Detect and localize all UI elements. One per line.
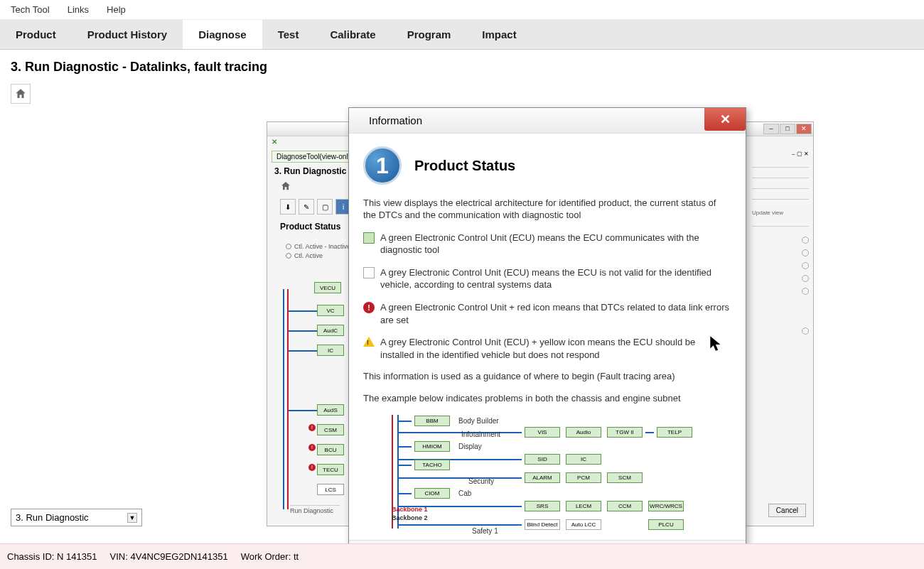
ecu: PLCU (648, 519, 684, 530)
close-icon: ✕ (720, 112, 731, 127)
page-title: 3. Run Diagnostic - Datalinks, fault tra… (0, 50, 924, 80)
bg-ecu: AudS (317, 404, 344, 416)
error-dot-icon: ! (308, 444, 316, 451)
bg-tab-close-icon[interactable]: ✕ (272, 138, 280, 146)
bg-toolbar-btn-2[interactable]: ✎ (299, 199, 314, 215)
bg-ecu: TECU (317, 464, 344, 475)
ecu: Auto LCC (566, 519, 601, 530)
grey-ecu-icon (363, 267, 375, 278)
ecu: IC (566, 454, 601, 465)
chevron-down-icon: ▼ (127, 513, 137, 523)
bg-radio-1[interactable]: Ctl. Active - Inactive (294, 243, 350, 250)
tab-test[interactable]: Test (262, 20, 315, 49)
tab-diagnose[interactable]: Diagnose (183, 20, 262, 49)
menu-techtool[interactable]: Tech Tool (11, 4, 50, 15)
bg-tab[interactable]: DiagnoseTool(view-only) (272, 151, 359, 163)
row-label: Cab (458, 489, 471, 497)
error-dot-icon: ! (308, 464, 316, 471)
ecu: SID (525, 454, 560, 465)
ecu: PCM (566, 472, 601, 483)
tab-product[interactable]: Product (0, 20, 72, 49)
content-area: – □ ✕ ✕ DiagnoseTool(view-only) 3. Run D… (0, 107, 924, 519)
bg-right-panel: – ▢ ✕ Update view (752, 151, 809, 340)
ecu: LECM (566, 501, 601, 511)
intro-text: This view displays the electrical archit… (363, 197, 731, 222)
bottom-select-label: 3. Run Diagnostic (16, 512, 89, 523)
ecu: Blind Detect (525, 519, 560, 530)
bg-bottom-tab[interactable]: Run Diagnostic (290, 505, 340, 514)
ecu: CIOM (414, 488, 450, 499)
tab-impact[interactable]: Impact (466, 20, 532, 49)
guidance-text: This information is used as a guidance o… (363, 371, 731, 383)
bg-ecu: LCS (317, 484, 344, 495)
row-label: Infotainment (461, 430, 500, 438)
ecu: TELP (657, 427, 692, 438)
step-number-icon: 1 (363, 146, 402, 185)
status-circle-icon (802, 249, 809, 256)
status-circle-icon (802, 262, 809, 269)
menu-help[interactable]: Help (107, 4, 126, 15)
bg-toolbar-btn-3[interactable]: ▢ (317, 199, 333, 215)
bg-ecu: IC (317, 345, 344, 356)
ecu: CCM (607, 501, 643, 511)
legend-yellow-text: A grey Electronic Control Unit (ECU) + y… (380, 336, 731, 361)
bg-min-button[interactable]: – (763, 124, 779, 134)
main-tabs: Product Product History Diagnose Test Ca… (0, 20, 924, 50)
row-label: Body Builder (458, 417, 499, 425)
legend-red-text: A green Electronic Control Unit + red ic… (380, 301, 731, 326)
ecu: WRC/WRCS (648, 501, 684, 511)
home-button[interactable] (11, 84, 31, 104)
work-order-value: tt (294, 551, 299, 562)
bg-radio-2[interactable]: Ctl. Active (294, 252, 323, 259)
vin-value: 4V4NC9EG2DN141351 (130, 551, 227, 562)
row-label: Security (468, 477, 494, 485)
tab-program[interactable]: Program (392, 20, 467, 49)
tab-product-history[interactable]: Product History (72, 20, 183, 49)
example-diagram: Backbone 1 Backbone 2 BBM Body Builder V… (363, 415, 731, 540)
error-dot-icon: ! (308, 424, 316, 431)
radio-icon[interactable] (286, 244, 291, 249)
bg-update-view[interactable]: Update view (752, 210, 809, 216)
menu-links[interactable]: Links (68, 4, 89, 15)
ecu: SCM (607, 472, 643, 483)
legend-green-text: A green Electronic Control Unit (ECU) me… (380, 232, 731, 256)
ecu: Audio (566, 427, 601, 438)
bg-ecu: CSM (317, 424, 344, 435)
bottom-bar: 3. Run Diagnostic ▼ (11, 509, 142, 526)
radio-icon[interactable] (286, 253, 291, 259)
ecu: ALARM (525, 472, 560, 483)
ecu: HMIOM (414, 441, 450, 452)
bg-close-button[interactable]: ✕ (796, 124, 812, 134)
legend-grey-text: A grey Electronic Control Unit (ECU) mea… (380, 266, 731, 291)
bg-ecu: AudC (317, 325, 344, 336)
bg-home-icon[interactable] (280, 180, 291, 192)
bg-cancel-button[interactable]: Cancel (768, 504, 806, 517)
status-circle-icon (802, 288, 809, 295)
bg-toolbar: ⬇ ✎ ▢ i (280, 199, 351, 215)
ecu: TGW II (607, 427, 643, 438)
bg-ecu: VC (317, 305, 344, 316)
bg-max-button[interactable]: □ (780, 124, 795, 134)
yellow-warning-icon (363, 337, 375, 347)
status-circle-icon (802, 275, 809, 282)
bg-diagram: VECU VC AudC IC AudS ! CSM ! BCU ! TECU … (280, 282, 351, 509)
product-status-heading: Product Status (414, 158, 515, 174)
example-intro-text: The example below indicates problems in … (363, 393, 731, 405)
home-icon (14, 87, 27, 100)
vin-label: VIN: (109, 551, 127, 562)
ecu: VIS (525, 427, 560, 438)
information-dialog: Information ✕ 1 Product Status This view… (348, 107, 746, 569)
bg-heading: 3. Run Diagnostic - (274, 166, 352, 176)
bg-toolbar-btn-1[interactable]: ⬇ (280, 199, 296, 215)
row-label: Display (458, 443, 482, 450)
tab-calibrate[interactable]: Calibrate (314, 20, 391, 49)
dialog-close-button[interactable]: ✕ (704, 108, 746, 131)
dialog-titlebar: Information ✕ (349, 108, 746, 134)
red-error-icon: ! (363, 302, 375, 313)
chassis-id-value: N 141351 (57, 551, 97, 562)
dialog-scroll[interactable]: 1 Product Status This view displays the … (349, 134, 746, 540)
bottom-select[interactable]: 3. Run Diagnostic ▼ (11, 509, 142, 526)
ecu-bbm: BBM (414, 416, 450, 426)
bg-ecu: VECU (314, 282, 341, 293)
green-ecu-icon (363, 232, 375, 244)
